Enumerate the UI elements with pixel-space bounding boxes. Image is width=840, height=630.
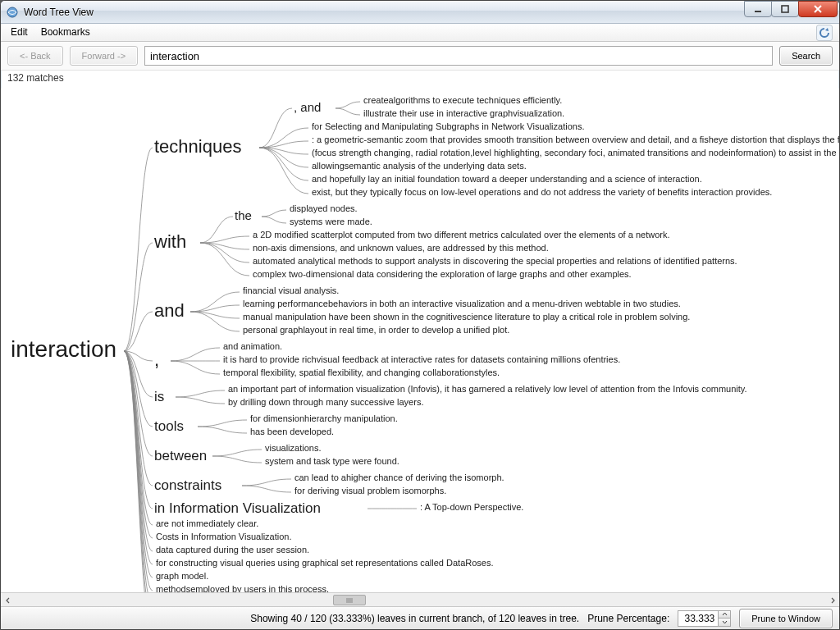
- tree-branch[interactable]: is: [153, 389, 166, 405]
- tree-leaf[interactable]: personal graphlayout in real time, in or…: [241, 325, 511, 336]
- tree-leaf[interactable]: displayed nodes.: [288, 203, 359, 214]
- tree-leaf[interactable]: manual manipulation have been shown in t…: [241, 312, 692, 322]
- tree-leaf[interactable]: Costs in Information Visualization.: [154, 532, 294, 542]
- tree-leaf[interactable]: automated analytical methods to support …: [251, 256, 739, 267]
- search-input[interactable]: [144, 46, 773, 66]
- prune-button[interactable]: Prune to Window: [739, 609, 833, 628]
- tree-leaf[interactable]: graph model.: [154, 571, 210, 582]
- toolbar: <- Back Forward -> Search: [1, 42, 839, 71]
- tree-branch[interactable]: with: [153, 231, 188, 252]
- chevron-down-icon[interactable]: [719, 619, 730, 626]
- prune-pct-spinner[interactable]: [678, 610, 731, 627]
- tree-leaf[interactable]: by drilling down through many successive…: [226, 397, 425, 408]
- close-button[interactable]: [798, 1, 838, 17]
- tree-leaf[interactable]: data captured during the user session.: [154, 545, 311, 555]
- tree-branch[interactable]: between: [153, 448, 208, 464]
- tree-leaf[interactable]: system and task type were found.: [263, 456, 401, 467]
- tree-leaf[interactable]: and hopefully lay an initial foundation …: [310, 174, 704, 185]
- tree-leaf[interactable]: complex two-dimensional data considering…: [251, 269, 633, 280]
- tree-leaf[interactable]: a 2D modified scatterplot computed from …: [251, 230, 671, 240]
- tree-leaf[interactable]: : a geometric-semantic zoom that provide…: [310, 135, 839, 145]
- tree-leaf[interactable]: an important part of information visuali…: [226, 384, 749, 395]
- svg-rect-1: [755, 11, 761, 12]
- tree-leaf[interactable]: it is hard to provide richvisual feedbac…: [221, 354, 622, 365]
- tree-leaf[interactable]: and animation.: [221, 341, 284, 352]
- menu-bookmarks[interactable]: Bookmarks: [34, 24, 97, 41]
- tree-branch[interactable]: in Information Visualization: [153, 500, 322, 517]
- tree-leaf[interactable]: : A Top-down Perspective.: [418, 502, 525, 513]
- tree-branch[interactable]: tools: [153, 418, 185, 435]
- scroll-thumb[interactable]: [333, 595, 366, 605]
- status-showing: Showing 40 / 120 (33.333%) leaves in cur…: [250, 613, 579, 624]
- tree-branch[interactable]: techniques: [153, 136, 243, 157]
- matches-count: 132 matches: [1, 71, 839, 89]
- tree-leaf[interactable]: visualizations.: [263, 443, 322, 454]
- tree-leaf[interactable]: non-axis dimensions, and unknown values,…: [251, 243, 550, 253]
- chevron-up-icon[interactable]: [719, 611, 730, 619]
- app-icon: [6, 6, 19, 19]
- tree-leaf[interactable]: methodsemployed by users in this process…: [154, 584, 331, 592]
- tree-leaf[interactable]: can lead to ahigher chance of deriving t…: [293, 472, 506, 483]
- menubar: Edit Bookmarks: [1, 24, 839, 42]
- tree-leaf[interactable]: createalgorithms to execute techniques e…: [362, 95, 564, 106]
- statusbar: Showing 40 / 120 (33.333%) leaves in cur…: [1, 606, 839, 629]
- tree-leaf[interactable]: for constructing visual queries using gr…: [154, 558, 495, 568]
- svg-point-0: [7, 7, 17, 17]
- tree-leaf[interactable]: learning performancebehaviors in both an…: [241, 299, 682, 309]
- forward-button[interactable]: Forward ->: [70, 46, 139, 66]
- tree-leaf[interactable]: exist, but they typically focus on low-l…: [310, 187, 774, 198]
- tree-branch[interactable]: ,: [153, 349, 161, 370]
- scroll-left-icon[interactable]: [1, 593, 15, 607]
- prune-pct-label: Prune Percentage:: [587, 613, 669, 624]
- minimize-button[interactable]: [744, 1, 772, 17]
- titlebar: Word Tree View: [1, 1, 839, 24]
- tree-leaf[interactable]: for deriving visual problem isomorphs.: [293, 486, 448, 496]
- word-tree-canvas[interactable]: interactiontechniques, andcreatealgorith…: [1, 89, 839, 592]
- tree-leaf[interactable]: has been developed.: [249, 427, 336, 437]
- tree-leaf[interactable]: for Selecting and Manipulating Subgraphs…: [310, 121, 586, 132]
- tree-leaf[interactable]: illustrate their use in interactive grap…: [362, 108, 566, 119]
- tree-leaf[interactable]: systems were made.: [288, 217, 374, 227]
- scroll-right-icon[interactable]: [825, 593, 839, 607]
- tree-leaf[interactable]: are not immediately clear.: [154, 518, 260, 529]
- tree-leaf[interactable]: (focus strength changing, radial rotatio…: [310, 148, 839, 158]
- refresh-icon[interactable]: [816, 25, 833, 41]
- tree-branch[interactable]: and: [153, 300, 186, 321]
- prune-pct-value[interactable]: [678, 611, 718, 626]
- tree-branch[interactable]: constraints: [153, 477, 223, 494]
- tree-leaf[interactable]: temporal flexibility, spatial flexibilit…: [221, 368, 501, 378]
- menu-edit[interactable]: Edit: [4, 24, 34, 41]
- tree-leaf[interactable]: for dimensionhierarchy manipulation.: [249, 413, 399, 424]
- maximize-button[interactable]: [771, 1, 799, 17]
- tree-leaf[interactable]: financial visual analysis.: [241, 285, 340, 296]
- tree-leaf[interactable]: allowingsemantic analysis of the underly…: [310, 161, 528, 171]
- search-button[interactable]: Search: [779, 46, 833, 66]
- window-title: Word Tree View: [24, 7, 94, 18]
- back-button[interactable]: <- Back: [7, 46, 63, 66]
- svg-rect-2: [782, 6, 788, 12]
- tree-subbranch[interactable]: the: [233, 208, 253, 222]
- tree-subbranch[interactable]: , and: [292, 100, 322, 114]
- tree-root[interactable]: interaction: [9, 336, 118, 363]
- horizontal-scrollbar[interactable]: [1, 592, 839, 606]
